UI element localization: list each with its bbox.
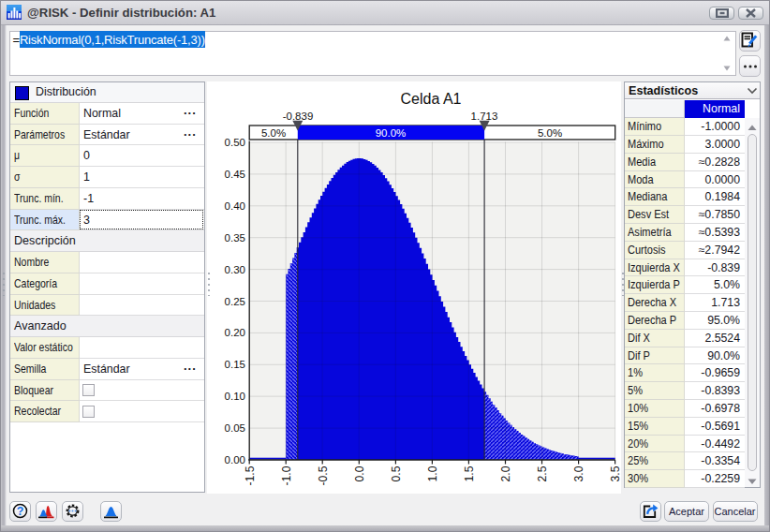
svg-text:0.10: 0.10 [225, 391, 245, 402]
svg-text:1.5: 1.5 [463, 466, 476, 481]
svg-text:0.50: 0.50 [225, 137, 245, 148]
svg-text:0.20: 0.20 [225, 327, 245, 338]
svg-text:0.0: 0.0 [353, 466, 366, 481]
svg-text:0.30: 0.30 [225, 264, 245, 275]
svg-text:-0.839: -0.839 [283, 111, 314, 122]
svg-text:0.00: 0.00 [225, 454, 245, 466]
svg-text:3.0: 3.0 [572, 466, 585, 481]
svg-text:1.0: 1.0 [426, 466, 439, 481]
svg-text:?: ? [17, 505, 24, 518]
svg-text:5.0%: 5.0% [261, 127, 286, 139]
svg-text:0.15: 0.15 [225, 359, 245, 370]
svg-text:2.5: 2.5 [536, 466, 549, 481]
svg-text:-1.0: -1.0 [280, 466, 293, 485]
svg-text:1.713: 1.713 [471, 111, 498, 122]
svg-text:5.0%: 5.0% [538, 127, 562, 139]
svg-text:0.40: 0.40 [225, 200, 245, 212]
svg-text:0.25: 0.25 [225, 296, 245, 307]
svg-text:-0.5: -0.5 [317, 466, 330, 485]
svg-text:0.5: 0.5 [390, 466, 403, 481]
svg-text:3.5: 3.5 [609, 466, 622, 481]
svg-text:2.0: 2.0 [499, 466, 512, 481]
svg-text:0.45: 0.45 [225, 169, 245, 180]
svg-text:0.35: 0.35 [225, 232, 245, 244]
svg-text:0.05: 0.05 [225, 422, 245, 434]
svg-text:Celda A1: Celda A1 [401, 91, 462, 107]
svg-text:90.0%: 90.0% [376, 127, 407, 139]
svg-text:-1.5: -1.5 [244, 466, 257, 485]
